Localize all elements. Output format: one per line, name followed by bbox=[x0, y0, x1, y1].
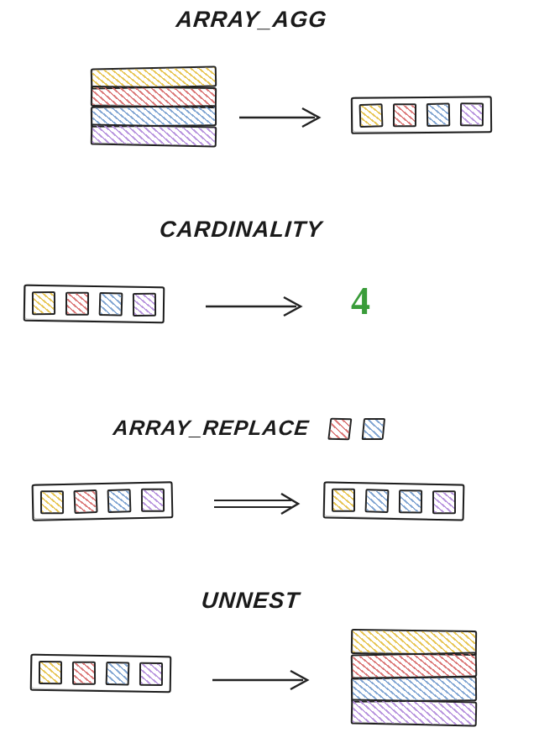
array-element bbox=[332, 489, 355, 512]
array-element bbox=[393, 103, 416, 127]
array-box bbox=[30, 654, 172, 693]
array-element bbox=[359, 103, 384, 128]
array-replace-output-array bbox=[323, 481, 465, 521]
array-element bbox=[365, 489, 390, 513]
section-title-array-replace: ARRAY_REPLACE bbox=[112, 416, 385, 440]
array-element bbox=[460, 102, 484, 126]
array-element bbox=[39, 661, 62, 684]
section-title-cardinality: CARDINALITY bbox=[159, 217, 323, 243]
array-element bbox=[432, 490, 456, 514]
section-title-array-agg: ARRAY_AGG bbox=[175, 7, 328, 33]
title-text: ARRAY_REPLACE bbox=[113, 416, 311, 439]
array-element bbox=[106, 662, 130, 686]
unnest-output-stack bbox=[351, 630, 477, 724]
array-element bbox=[133, 293, 156, 317]
array-element bbox=[399, 489, 422, 513]
cardinality-input-array bbox=[24, 285, 165, 323]
array-box bbox=[351, 96, 492, 134]
stack-row bbox=[91, 124, 217, 148]
array-element bbox=[107, 489, 132, 513]
unnest-input-array bbox=[30, 654, 172, 693]
array-element bbox=[32, 291, 55, 315]
array-agg-input-stack bbox=[91, 67, 217, 144]
array-element bbox=[141, 489, 165, 512]
array-element bbox=[40, 490, 64, 514]
array-box bbox=[323, 481, 465, 521]
array-element bbox=[99, 292, 123, 317]
cardinality-output-number: 4 bbox=[351, 279, 370, 323]
stack-row bbox=[351, 699, 478, 727]
section-title-unnest: UNNEST bbox=[201, 588, 301, 614]
array-element bbox=[65, 292, 89, 316]
swatch-icon bbox=[362, 418, 385, 440]
array-replace-input-array bbox=[32, 481, 174, 521]
array-element bbox=[139, 662, 163, 686]
array-box bbox=[24, 285, 165, 323]
array-box bbox=[32, 481, 174, 521]
array-element bbox=[427, 103, 451, 128]
array-element bbox=[72, 662, 96, 685]
array-element bbox=[73, 489, 97, 514]
swatch-icon bbox=[328, 418, 353, 440]
array-agg-output-array bbox=[351, 96, 492, 134]
